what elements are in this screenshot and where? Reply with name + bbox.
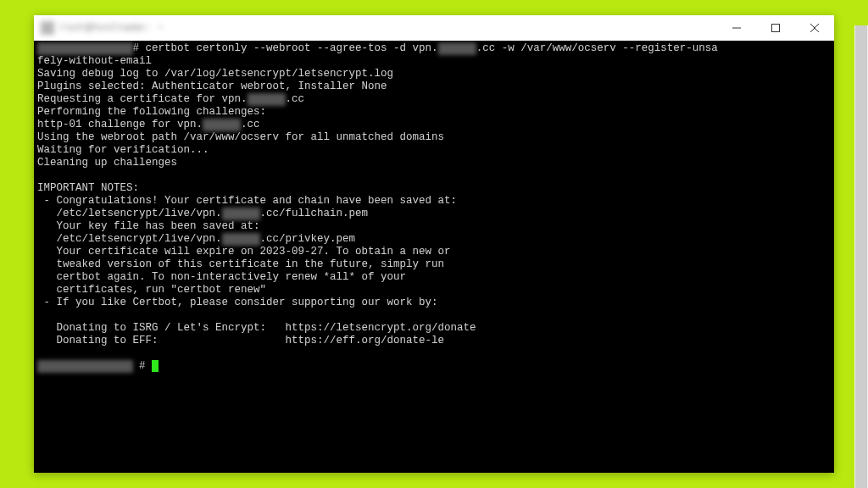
minimize-button[interactable]: [717, 15, 756, 41]
terminal-window: root@hostname: ~ root@████████:~# certbo…: [34, 15, 834, 473]
output-line: Your certificate will expire on 2023-09-…: [37, 246, 451, 258]
output-line: http-01 challenge for vpn.: [37, 119, 203, 130]
terminal-cursor: [152, 360, 159, 372]
output-line: Plugins selected: Authenticator webroot,…: [37, 80, 387, 92]
prompt-hash: #: [139, 360, 152, 372]
window-controls: [717, 15, 834, 41]
maximize-button[interactable]: [756, 15, 795, 41]
redacted-domain: ██████: [222, 233, 260, 246]
title-text: root@hostname: ~: [59, 22, 164, 34]
output-line: .cc/fullchain.pem: [260, 208, 369, 219]
output-line: - If you like Certbot, please consider s…: [37, 297, 438, 308]
svg-rect-1: [772, 25, 780, 32]
output-line: Donating to EFF: https://eff.org/donate-…: [37, 335, 444, 347]
output-line: Your key file has been saved at:: [37, 220, 260, 232]
vertical-scrollbar[interactable]: [854, 25, 868, 488]
terminal-output[interactable]: root@████████:~# certbot certonly --webr…: [34, 41, 834, 473]
output-line: certbot again. To non-interactively rene…: [37, 271, 406, 283]
output-line: Using the webroot path /var/www/ocserv f…: [37, 131, 444, 143]
scroll-thumb[interactable]: [855, 25, 867, 488]
output-line: tweaked version of this certificate in t…: [37, 258, 444, 270]
output-line: fely-without-email: [37, 55, 152, 67]
output-line: Waiting for verification...: [37, 144, 209, 156]
output-line: .cc: [241, 119, 260, 130]
window-title: root@hostname: ~: [41, 21, 164, 35]
app-icon: [41, 21, 54, 35]
output-line: .cc/privkey.pem: [260, 233, 356, 245]
redacted-domain: ██████: [222, 208, 260, 220]
output-line: certificates, run "certbot renew": [37, 284, 266, 296]
output-line: Performing the following challenges:: [37, 106, 266, 118]
output-line: /etc/letsencrypt/live/vpn.: [37, 233, 222, 245]
prompt-hash: #: [133, 42, 140, 54]
redacted-domain: ██████: [203, 119, 241, 131]
notes-header: IMPORTANT NOTES:: [37, 182, 139, 194]
output-line: Requesting a certificate for vpn.: [37, 93, 248, 105]
output-line: .cc: [286, 93, 305, 105]
cmd-text: .cc -w /var/www/ocserv --register-unsa: [476, 42, 718, 54]
titlebar[interactable]: root@hostname: ~: [34, 15, 834, 41]
output-line: /etc/letsencrypt/live/vpn.: [37, 208, 222, 219]
output-line: Donating to ISRG / Let's Encrypt: https:…: [37, 322, 476, 334]
redacted-prompt: root@████████:~: [37, 360, 133, 373]
close-button[interactable]: [795, 15, 834, 41]
redacted-prompt: root@████████:~: [37, 42, 133, 55]
cmd-text: certbot certonly --webroot --agree-tos -…: [146, 42, 438, 54]
output-line: - Congratulations! Your certificate and …: [37, 195, 457, 207]
output-line: Saving debug log to /var/log/letsencrypt…: [37, 68, 393, 80]
output-line: Cleaning up challenges: [37, 157, 177, 169]
redacted-domain: ██████: [438, 42, 476, 55]
redacted-domain: ██████: [248, 93, 286, 106]
